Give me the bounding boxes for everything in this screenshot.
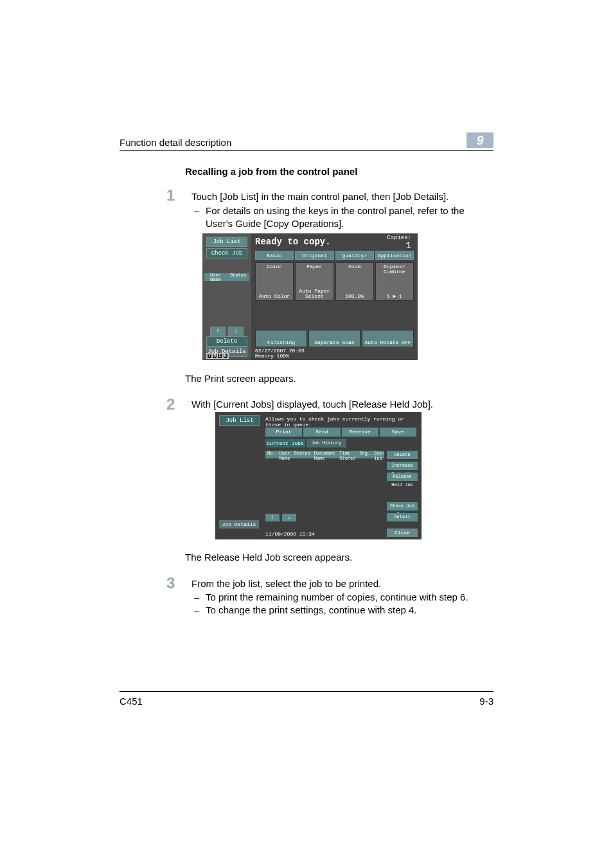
col-copies: Cop- ies: [372, 451, 387, 458]
tab-send[interactable]: Send: [303, 428, 340, 437]
step-2-number: 2: [166, 395, 175, 413]
shot1-bottom-row: Finishing Separate Scan Auto Rotate OFF: [255, 330, 414, 347]
tab-current-jobs[interactable]: Current Jobs: [265, 439, 305, 448]
shot1-datetime: 02/27/2007 20:03Memory 100%: [255, 348, 305, 359]
col-user: User Name: [278, 451, 292, 458]
shot2-right-buttons: Delete Increase Priority Release Held Jo…: [387, 451, 418, 481]
tab-original-setting[interactable]: Original Setting: [295, 251, 333, 260]
dash-icon: –: [194, 204, 199, 217]
tab-save[interactable]: Save: [380, 428, 416, 437]
card-duplex[interactable]: Duplex/ Combine1 ▶ 1: [375, 262, 414, 301]
tab-quality-density[interactable]: Quality/ Density: [335, 251, 374, 260]
card-paper[interactable]: PaperAuto Paper Select: [295, 262, 333, 301]
col-no: No.: [265, 451, 278, 458]
step-1-bullet: – For details on using the keys in the c…: [206, 204, 484, 231]
scroll-down-button-2[interactable]: ↓: [282, 514, 296, 521]
step-3-bullet-2: – To change the print settings, continue…: [206, 604, 484, 615]
tab-job-history[interactable]: Job History: [306, 439, 346, 448]
footer-model: C451: [120, 696, 143, 707]
delete-button[interactable]: Delete: [206, 336, 247, 347]
shot2-arrows: ↑ ↓: [265, 514, 296, 521]
step-3-bullet-2-text: To change the print settings, continue w…: [206, 604, 417, 615]
toner-indicator: Y M C K: [206, 353, 229, 359]
footer-page: 9-3: [479, 696, 493, 707]
check-job-tab[interactable]: Check Job: [206, 248, 247, 258]
release-held-job-button[interactable]: Release Held Job: [387, 473, 418, 481]
auto-rotate-button[interactable]: Auto Rotate OFF: [362, 330, 414, 347]
caption-1: The Print screen appears.: [185, 373, 296, 384]
copies-label: Copies: 1: [387, 235, 411, 250]
tab-application[interactable]: Application: [375, 251, 414, 260]
caption-2: The Release Held Job screen appears.: [185, 552, 352, 563]
screenshot-copy-panel: Job List Check Job User Name Status ↑ ↓ …: [202, 233, 418, 360]
section-title: Recalling a job from the control panel: [185, 166, 357, 177]
step-1-bullet-text: For details on using the keys in the con…: [206, 205, 465, 229]
col-time: Time Stored: [337, 451, 357, 458]
step-2-text: With [Current Jobs] displayed, touch [Re…: [191, 398, 484, 411]
col-org: Org.: [357, 451, 372, 458]
toner-c: C: [218, 354, 222, 358]
toner-k: K: [224, 354, 227, 358]
tab-receive[interactable]: Receive: [342, 428, 378, 437]
close-button[interactable]: Close: [387, 529, 418, 537]
shot2-datetime: 11/09/2006 15:34: [265, 531, 315, 537]
shot1-cards: ColorAuto Color PaperAuto Paper Select Z…: [255, 262, 414, 301]
ready-message: Ready to copy.: [255, 237, 331, 246]
card-color[interactable]: ColorAuto Color: [255, 262, 294, 301]
increase-priority-button[interactable]: Increase Priority: [387, 462, 418, 470]
toner-m: M: [213, 354, 217, 358]
step-1-text: Touch [Job List] in the main control pan…: [191, 190, 484, 203]
job-list-tab[interactable]: Job List: [206, 237, 247, 247]
check-job-set-button[interactable]: Check Job Set.: [387, 502, 418, 511]
user-status-header: User Name Status: [204, 273, 249, 281]
copies-value: 1: [406, 240, 411, 251]
screenshot-job-list: Job List Allows you to check jobs curren…: [215, 412, 422, 539]
dash-icon: –: [194, 592, 199, 602]
shot1-tabs: Basic Original Setting Quality/ Density …: [255, 251, 414, 260]
step-1-number: 1: [166, 186, 175, 204]
dash-icon: –: [194, 604, 199, 615]
shot2-message: Allows you to check jobs currently runni…: [265, 416, 422, 428]
detail-button[interactable]: Detail: [387, 513, 418, 521]
finishing-button[interactable]: Finishing: [255, 330, 307, 347]
step-3-text: From the job list, select the job to be …: [191, 577, 484, 590]
job-list-tab-2[interactable]: Job List: [219, 415, 260, 426]
delete-button-2[interactable]: Delete: [387, 451, 418, 459]
shot2-table-header: No. User Name Status Document Name Time …: [265, 451, 384, 458]
chapter-tab: 9: [466, 132, 493, 148]
tab-basic[interactable]: Basic: [255, 251, 294, 260]
col-doc: Document Name: [312, 451, 338, 458]
job-details-button-2[interactable]: Job Details: [219, 520, 259, 529]
col-status: Status: [227, 273, 249, 281]
col-user: User Name: [204, 273, 227, 281]
shot2-subtabs: Current Jobs Job History: [265, 439, 346, 448]
scroll-up-button-2[interactable]: ↑: [265, 514, 280, 521]
col-status: Status: [292, 451, 312, 458]
header-section: Function detail description: [120, 137, 231, 148]
toner-y: Y: [208, 354, 211, 358]
separate-scan-button[interactable]: Separate Scan: [308, 330, 360, 347]
shot2-right-buttons-2: Check Job Set. Detail: [387, 502, 418, 521]
step-3-number: 3: [166, 574, 175, 592]
tab-print[interactable]: Print: [265, 428, 302, 437]
scroll-up-button[interactable]: ↑: [210, 327, 226, 336]
scroll-down-button[interactable]: ↓: [228, 327, 244, 336]
shot2-tabs: Print Send Receive Save: [265, 428, 416, 437]
step-3-bullet-1: – To print the remaining number of copie…: [206, 592, 484, 602]
step-3-bullet-1-text: To print the remaining number of copies,…: [206, 592, 468, 602]
card-zoom[interactable]: Zoom100.0%: [335, 262, 374, 301]
